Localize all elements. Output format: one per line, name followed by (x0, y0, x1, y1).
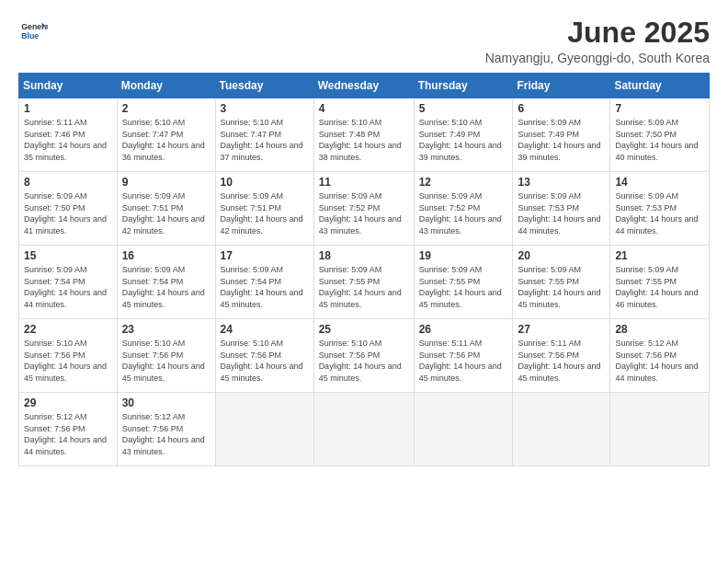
table-row: 1Sunrise: 5:11 AMSunset: 7:46 PMDaylight… (19, 98, 118, 172)
day-info: Sunrise: 5:09 AMSunset: 7:54 PMDaylight:… (24, 264, 112, 310)
day-info: Sunrise: 5:09 AMSunset: 7:55 PMDaylight:… (319, 264, 409, 310)
day-number: 20 (518, 249, 605, 262)
day-info: Sunrise: 5:09 AMSunset: 7:51 PMDaylight:… (221, 190, 309, 236)
col-saturday: Saturday (610, 74, 710, 98)
day-number: 23 (122, 323, 210, 336)
day-number: 14 (615, 176, 704, 189)
day-info: Sunrise: 5:10 AMSunset: 7:56 PMDaylight:… (319, 338, 409, 384)
table-row: 17Sunrise: 5:09 AMSunset: 7:54 PMDayligh… (215, 246, 313, 319)
calendar: Sunday Monday Tuesday Wednesday Thursday… (18, 73, 710, 466)
day-info: Sunrise: 5:12 AMSunset: 7:56 PMDaylight:… (122, 411, 210, 457)
day-number: 15 (24, 249, 112, 262)
day-number: 11 (319, 176, 409, 189)
table-row: 7Sunrise: 5:09 AMSunset: 7:50 PMDaylight… (610, 98, 710, 172)
week-row-1: 1Sunrise: 5:11 AMSunset: 7:46 PMDaylight… (19, 98, 710, 172)
table-row: 14Sunrise: 5:09 AMSunset: 7:53 PMDayligh… (610, 172, 710, 246)
logo-icon: General Blue (18, 17, 48, 46)
day-number: 5 (419, 102, 508, 115)
table-row: 24Sunrise: 5:10 AMSunset: 7:56 PMDayligh… (215, 319, 313, 393)
table-row: 10Sunrise: 5:09 AMSunset: 7:51 PMDayligh… (215, 172, 313, 246)
day-info: Sunrise: 5:09 AMSunset: 7:51 PMDaylight:… (122, 190, 210, 236)
day-number: 17 (221, 249, 309, 262)
day-number: 12 (419, 176, 508, 189)
day-number: 16 (122, 249, 210, 262)
day-number: 28 (615, 323, 704, 336)
table-row: 11Sunrise: 5:09 AMSunset: 7:52 PMDayligh… (313, 172, 414, 246)
day-info: Sunrise: 5:09 AMSunset: 7:54 PMDaylight:… (122, 264, 210, 310)
col-thursday: Thursday (414, 74, 513, 98)
table-row: 18Sunrise: 5:09 AMSunset: 7:55 PMDayligh… (313, 246, 414, 319)
day-info: Sunrise: 5:11 AMSunset: 7:56 PMDaylight:… (419, 338, 508, 384)
table-row: 26Sunrise: 5:11 AMSunset: 7:56 PMDayligh… (414, 319, 513, 393)
table-row: 30Sunrise: 5:12 AMSunset: 7:56 PMDayligh… (117, 393, 215, 466)
table-row: 25Sunrise: 5:10 AMSunset: 7:56 PMDayligh… (313, 319, 414, 393)
header: General Blue June 2025 Namyangju, Gyeong… (18, 17, 710, 65)
day-info: Sunrise: 5:11 AMSunset: 7:46 PMDaylight:… (24, 117, 112, 163)
table-row: 5Sunrise: 5:10 AMSunset: 7:49 PMDaylight… (414, 98, 513, 172)
table-row: 9Sunrise: 5:09 AMSunset: 7:51 PMDaylight… (117, 172, 215, 246)
day-info: Sunrise: 5:09 AMSunset: 7:55 PMDaylight:… (518, 264, 605, 310)
col-monday: Monday (117, 74, 215, 98)
table-row (610, 393, 710, 466)
table-row: 8Sunrise: 5:09 AMSunset: 7:50 PMDaylight… (19, 172, 118, 246)
week-row-4: 22Sunrise: 5:10 AMSunset: 7:56 PMDayligh… (19, 319, 710, 393)
day-number: 13 (518, 176, 605, 189)
table-row: 4Sunrise: 5:10 AMSunset: 7:48 PMDaylight… (313, 98, 414, 172)
day-info: Sunrise: 5:09 AMSunset: 7:55 PMDaylight:… (419, 264, 508, 310)
day-info: Sunrise: 5:10 AMSunset: 7:49 PMDaylight:… (419, 117, 508, 163)
table-row: 23Sunrise: 5:10 AMSunset: 7:56 PMDayligh… (117, 319, 215, 393)
table-row: 21Sunrise: 5:09 AMSunset: 7:55 PMDayligh… (610, 246, 710, 319)
day-number: 27 (518, 323, 605, 336)
day-number: 10 (221, 176, 309, 189)
day-number: 30 (122, 396, 210, 409)
day-info: Sunrise: 5:12 AMSunset: 7:56 PMDaylight:… (615, 338, 704, 384)
day-info: Sunrise: 5:10 AMSunset: 7:47 PMDaylight:… (122, 117, 210, 163)
week-row-2: 8Sunrise: 5:09 AMSunset: 7:50 PMDaylight… (19, 172, 710, 246)
day-info: Sunrise: 5:09 AMSunset: 7:50 PMDaylight:… (615, 117, 704, 163)
day-number: 29 (24, 396, 112, 409)
month-title: June 2025 (485, 17, 710, 49)
table-row: 27Sunrise: 5:11 AMSunset: 7:56 PMDayligh… (513, 319, 610, 393)
logo: General Blue (18, 17, 48, 46)
table-row (513, 393, 610, 466)
day-info: Sunrise: 5:11 AMSunset: 7:56 PMDaylight:… (518, 338, 605, 384)
day-info: Sunrise: 5:10 AMSunset: 7:56 PMDaylight:… (122, 338, 210, 384)
day-info: Sunrise: 5:09 AMSunset: 7:49 PMDaylight:… (518, 117, 605, 163)
table-row: 22Sunrise: 5:10 AMSunset: 7:56 PMDayligh… (19, 319, 118, 393)
day-number: 2 (122, 102, 210, 115)
table-row: 6Sunrise: 5:09 AMSunset: 7:49 PMDaylight… (513, 98, 610, 172)
day-number: 1 (24, 102, 112, 115)
page: General Blue June 2025 Namyangju, Gyeong… (0, 0, 728, 563)
table-row: 19Sunrise: 5:09 AMSunset: 7:55 PMDayligh… (414, 246, 513, 319)
day-number: 19 (419, 249, 508, 262)
table-row: 16Sunrise: 5:09 AMSunset: 7:54 PMDayligh… (117, 246, 215, 319)
day-info: Sunrise: 5:09 AMSunset: 7:55 PMDaylight:… (615, 264, 704, 310)
week-row-5: 29Sunrise: 5:12 AMSunset: 7:56 PMDayligh… (19, 393, 710, 466)
day-info: Sunrise: 5:10 AMSunset: 7:56 PMDaylight:… (24, 338, 112, 384)
svg-text:Blue: Blue (21, 31, 39, 40)
table-row: 13Sunrise: 5:09 AMSunset: 7:53 PMDayligh… (513, 172, 610, 246)
week-row-3: 15Sunrise: 5:09 AMSunset: 7:54 PMDayligh… (19, 246, 710, 319)
table-row (215, 393, 313, 466)
svg-text:General: General (21, 22, 48, 31)
table-row: 29Sunrise: 5:12 AMSunset: 7:56 PMDayligh… (19, 393, 118, 466)
day-info: Sunrise: 5:10 AMSunset: 7:56 PMDaylight:… (221, 338, 309, 384)
day-number: 22 (24, 323, 112, 336)
day-number: 24 (221, 323, 309, 336)
col-friday: Friday (513, 74, 610, 98)
day-info: Sunrise: 5:10 AMSunset: 7:47 PMDaylight:… (221, 117, 309, 163)
col-wednesday: Wednesday (313, 74, 414, 98)
table-row: 15Sunrise: 5:09 AMSunset: 7:54 PMDayligh… (19, 246, 118, 319)
day-info: Sunrise: 5:09 AMSunset: 7:53 PMDaylight:… (615, 190, 704, 236)
day-number: 18 (319, 249, 409, 262)
day-info: Sunrise: 5:10 AMSunset: 7:48 PMDaylight:… (319, 117, 409, 163)
header-row: Sunday Monday Tuesday Wednesday Thursday… (19, 74, 710, 98)
day-number: 21 (615, 249, 704, 262)
day-number: 8 (24, 176, 112, 189)
table-row: 3Sunrise: 5:10 AMSunset: 7:47 PMDaylight… (215, 98, 313, 172)
day-info: Sunrise: 5:12 AMSunset: 7:56 PMDaylight:… (24, 411, 112, 457)
title-block: June 2025 Namyangju, Gyeonggi-do, South … (485, 17, 710, 65)
day-number: 26 (419, 323, 508, 336)
day-number: 6 (518, 102, 605, 115)
day-number: 25 (319, 323, 409, 336)
